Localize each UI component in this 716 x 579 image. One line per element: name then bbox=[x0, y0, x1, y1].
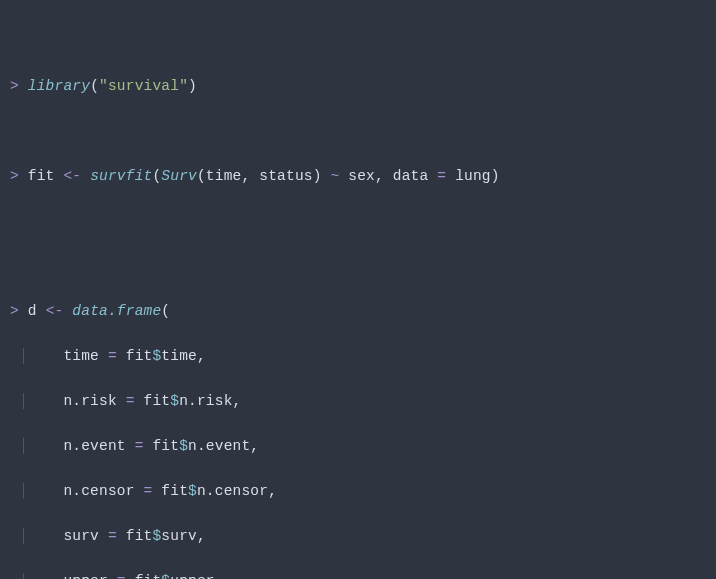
surv-args: (time, status) bbox=[197, 168, 331, 184]
paren: ) bbox=[188, 78, 197, 94]
code-line-time: time = fit$time, bbox=[10, 345, 706, 367]
str-survival: "survival" bbox=[99, 78, 188, 94]
r-console: > library("survival") > fit <- survfit(S… bbox=[10, 53, 706, 579]
var-fit: fit bbox=[28, 168, 64, 184]
lung: lung) bbox=[446, 168, 499, 184]
code-line-nevent: n.event = fit$n.event, bbox=[10, 435, 706, 457]
blank-line bbox=[10, 255, 706, 277]
prompt-icon: > bbox=[10, 168, 28, 184]
code-line-surv: surv = fit$surv, bbox=[10, 525, 706, 547]
code-line-d: > d <- data.frame( bbox=[10, 300, 706, 322]
assign-op: <- bbox=[63, 168, 81, 184]
assign-op: <- bbox=[46, 303, 64, 319]
code-line-nrisk: n.risk = fit$n.risk, bbox=[10, 390, 706, 412]
var-d: d bbox=[28, 303, 46, 319]
prompt-icon: > bbox=[10, 303, 28, 319]
blank-line bbox=[10, 120, 706, 142]
code-line-fit: > fit <- survfit(Surv(time, status) ~ se… bbox=[10, 165, 706, 187]
fn-surv: Surv bbox=[161, 168, 197, 184]
label: time bbox=[28, 348, 108, 364]
paren: ( bbox=[90, 78, 99, 94]
fn-dataframe: data.frame bbox=[72, 303, 161, 319]
code-line-ncensor: n.censor = fit$n.censor, bbox=[10, 480, 706, 502]
code-line-library: > library("survival") bbox=[10, 75, 706, 97]
eq-op: = bbox=[437, 168, 446, 184]
fn-library: library bbox=[28, 78, 90, 94]
rest: sex, data bbox=[339, 168, 437, 184]
prompt-icon: > bbox=[10, 78, 28, 94]
blank-line bbox=[10, 210, 706, 232]
code-line-upper: upper = fit$upper, bbox=[10, 570, 706, 579]
fn-survfit: survfit bbox=[90, 168, 152, 184]
